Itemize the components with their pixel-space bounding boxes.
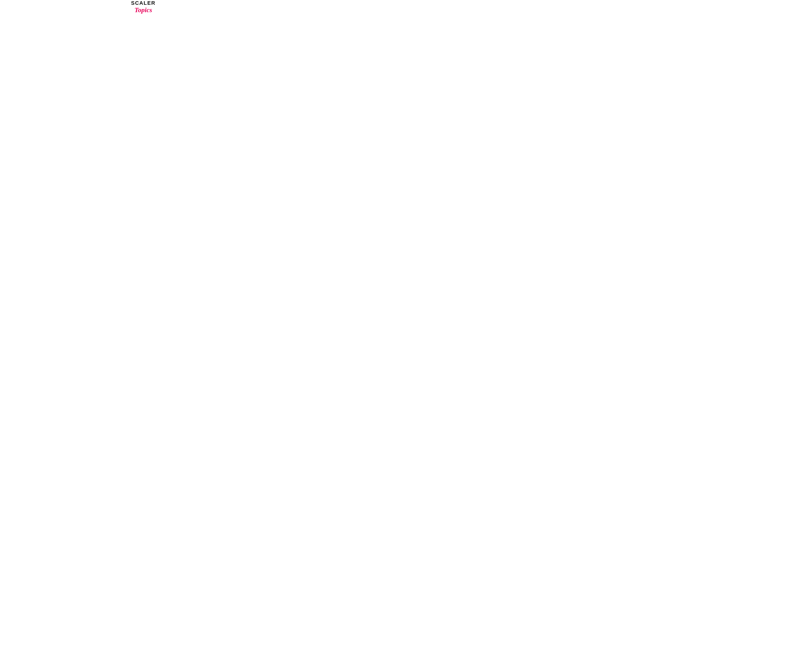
brand-name: SCALER — [131, 0, 156, 6]
footer: SCALER Topics — [131, 0, 156, 14]
brand-subtitle: Topics — [131, 6, 156, 14]
